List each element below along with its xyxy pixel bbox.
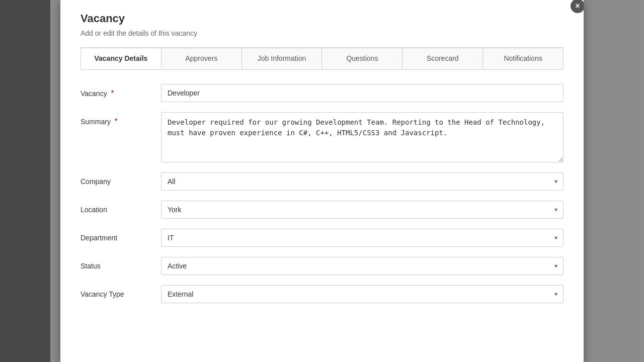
tab-questions[interactable]: Questions xyxy=(322,48,403,69)
tab-scorecard[interactable]: Scorecard xyxy=(403,48,483,69)
company-label: Company xyxy=(80,172,161,186)
status-select[interactable]: Active Inactive Draft xyxy=(161,257,564,275)
summary-textarea[interactable] xyxy=(161,112,564,162)
department-label: Department xyxy=(80,229,161,242)
modal-title: Vacancy xyxy=(80,12,564,25)
tab-vacancy-details[interactable]: Vacancy Details xyxy=(81,48,162,69)
location-select-wrapper: York London Manchester ▾ xyxy=(161,201,564,219)
company-select-wrapper: All Company A Company B ▾ xyxy=(161,172,564,191)
location-select[interactable]: York London Manchester xyxy=(161,201,564,219)
summary-required: * xyxy=(115,117,118,126)
vacancy-required: * xyxy=(111,89,114,98)
tab-notifications[interactable]: Notifications xyxy=(483,48,563,69)
vacancy-type-label: Vacancy Type xyxy=(80,285,161,298)
tab-job-information[interactable]: Job Information xyxy=(242,48,323,69)
modal-subtitle: Add or edit the details of this vacancy xyxy=(80,29,564,37)
vacancy-type-select-wrapper: External Internal Both ▾ xyxy=(161,285,564,303)
close-button[interactable]: × xyxy=(571,0,584,13)
summary-row: Summary * xyxy=(80,112,564,162)
vacancy-form: Vacancy * Summary * Company xyxy=(80,84,564,303)
status-select-wrapper: Active Inactive Draft ▾ xyxy=(161,257,564,275)
vacancy-type-select[interactable]: External Internal Both xyxy=(161,285,564,303)
vacancy-modal: × Vacancy Add or edit the details of thi… xyxy=(60,0,584,362)
department-row: Department IT HR Finance ▾ xyxy=(80,229,564,247)
vacancy-row: Vacancy * xyxy=(80,84,564,102)
status-label: Status xyxy=(80,257,161,270)
department-select[interactable]: IT HR Finance xyxy=(161,229,564,247)
vacancy-type-row: Vacancy Type External Internal Both ▾ xyxy=(80,285,564,303)
summary-label: Summary * xyxy=(80,112,161,126)
location-row: Location York London Manchester ▾ xyxy=(80,201,564,219)
status-row: Status Active Inactive Draft ▾ xyxy=(80,257,564,275)
vacancy-input[interactable] xyxy=(161,84,564,102)
tab-bar: Vacancy Details Approvers Job Informatio… xyxy=(80,48,564,70)
company-row: Company All Company A Company B ▾ xyxy=(80,172,564,191)
vacancy-label: Vacancy * xyxy=(80,84,161,98)
company-select[interactable]: All Company A Company B xyxy=(161,172,564,191)
tab-approvers[interactable]: Approvers xyxy=(162,48,242,69)
location-label: Location xyxy=(80,201,161,214)
department-select-wrapper: IT HR Finance ▾ xyxy=(161,229,564,247)
